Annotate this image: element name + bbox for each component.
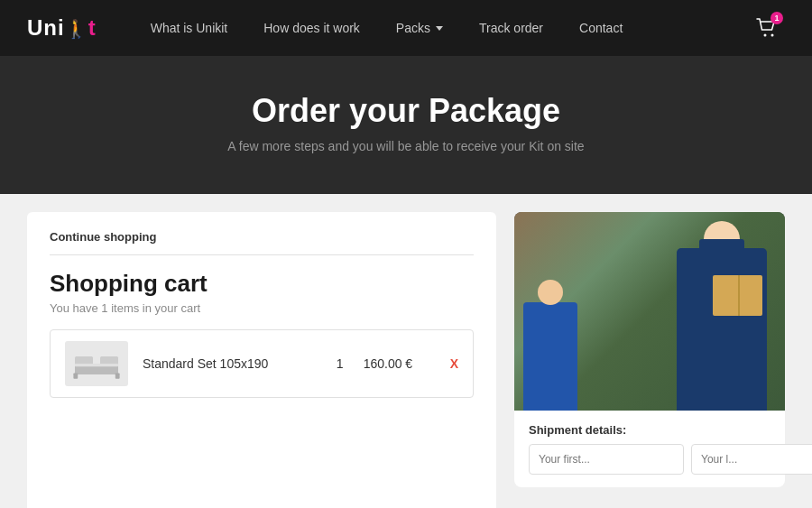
- logo-figure: 🚶: [65, 18, 88, 40]
- shipment-inputs: [529, 444, 770, 475]
- nav-links: What is Unikit How does it work Packs Tr…: [133, 0, 749, 56]
- nav-track-order[interactable]: Track order: [461, 0, 561, 56]
- item-quantity: 1: [331, 356, 349, 371]
- navbar: Uni🚶t What is Unikit How does it work Pa…: [0, 0, 812, 56]
- bed-icon: [69, 346, 124, 382]
- cart-title: Shopping cart: [50, 270, 474, 298]
- nav-contact[interactable]: Contact: [561, 0, 641, 56]
- delivery-box: [713, 275, 762, 316]
- logo-uni: Uni: [27, 15, 65, 40]
- item-remove-button[interactable]: X: [450, 356, 458, 371]
- continue-shopping-link[interactable]: Continue shopping: [50, 230, 474, 255]
- first-name-input[interactable]: [529, 444, 684, 475]
- delivery-bg: [514, 212, 785, 411]
- delivery-person-figure: [677, 248, 767, 411]
- cart-badge: 1: [770, 12, 783, 24]
- last-name-input[interactable]: [691, 444, 812, 475]
- nav-packs[interactable]: Packs: [378, 0, 461, 56]
- right-panel: Shipment details:: [514, 212, 785, 508]
- logo-kit: t: [88, 15, 97, 40]
- svg-point-1: [771, 34, 774, 37]
- svg-rect-7: [75, 364, 118, 366]
- logo[interactable]: Uni🚶t: [27, 15, 97, 41]
- delivery-image: [514, 212, 785, 411]
- item-price: 160.00 €: [364, 356, 436, 371]
- cart-item: Standard Set 105x190 1 160.00 € X: [50, 329, 474, 398]
- shipment-section: Shipment details:: [514, 411, 785, 487]
- shipment-title: Shipment details:: [529, 423, 770, 437]
- cart-item-count: You have 1 items in your cart: [50, 301, 474, 315]
- nav-how-it-works[interactable]: How does it work: [245, 0, 378, 56]
- item-image: [65, 341, 128, 386]
- packs-dropdown-arrow: [436, 26, 443, 31]
- svg-rect-6: [115, 373, 120, 378]
- nav-what-is[interactable]: What is Unikit: [133, 0, 246, 56]
- svg-rect-5: [73, 373, 78, 378]
- worker-figure-left: [523, 302, 577, 411]
- hero-section: Order your Package A few more steps and …: [0, 56, 812, 194]
- svg-point-0: [764, 34, 767, 37]
- hero-subtitle: A few more steps and you will be able to…: [18, 139, 794, 153]
- hero-title: Order your Package: [18, 92, 794, 130]
- item-name: Standard Set 105x190: [143, 356, 317, 371]
- cart-button[interactable]: 1: [749, 10, 785, 46]
- cart-panel: Continue shopping Shopping cart You have…: [27, 212, 496, 508]
- main-content: Continue shopping Shopping cart You have…: [0, 194, 812, 508]
